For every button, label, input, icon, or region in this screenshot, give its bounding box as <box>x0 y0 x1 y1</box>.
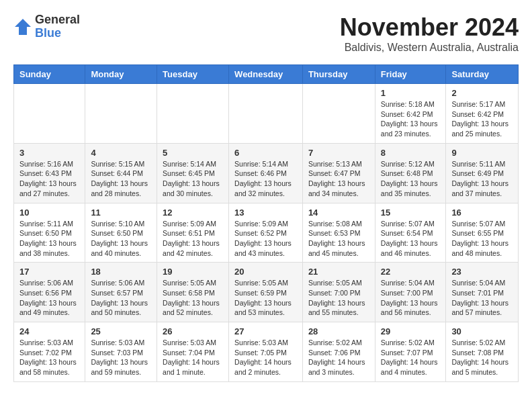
day-cell: 4Sunrise: 5:15 AM Sunset: 6:44 PM Daylig… <box>85 143 157 203</box>
day-cell: 5Sunrise: 5:14 AM Sunset: 6:45 PM Daylig… <box>157 143 229 203</box>
day-number: 12 <box>163 208 223 218</box>
logo: General Blue <box>13 13 80 40</box>
day-cell: 28Sunrise: 5:02 AM Sunset: 7:06 PM Dayli… <box>302 322 375 382</box>
header-cell-sunday: Sunday <box>14 65 85 84</box>
header-cell-thursday: Thursday <box>302 65 375 84</box>
month-title: November 2024 <box>340 13 519 42</box>
day-info: Sunrise: 5:10 AM Sunset: 6:50 PM Dayligh… <box>91 219 151 259</box>
day-info: Sunrise: 5:14 AM Sunset: 6:45 PM Dayligh… <box>163 159 223 199</box>
day-info: Sunrise: 5:02 AM Sunset: 7:06 PM Dayligh… <box>308 338 369 377</box>
day-cell: 20Sunrise: 5:05 AM Sunset: 6:59 PM Dayli… <box>229 263 303 322</box>
header-cell-friday: Friday <box>375 65 446 84</box>
day-cell <box>14 84 85 144</box>
day-number: 23 <box>451 267 513 277</box>
day-cell: 3Sunrise: 5:16 AM Sunset: 6:43 PM Daylig… <box>14 143 85 203</box>
day-info: Sunrise: 5:05 AM Sunset: 6:58 PM Dayligh… <box>163 278 223 318</box>
day-number: 16 <box>451 208 513 218</box>
header-cell-saturday: Saturday <box>446 65 519 84</box>
day-number: 22 <box>381 267 441 277</box>
day-info: Sunrise: 5:08 AM Sunset: 6:53 PM Dayligh… <box>308 219 369 259</box>
logo-blue: Blue <box>35 27 80 40</box>
calendar-header: SundayMondayTuesdayWednesdayThursdayFrid… <box>14 65 519 84</box>
logo-icon <box>13 17 32 36</box>
page-header: General Blue November 2024 Baldivis, Wes… <box>13 13 519 54</box>
header-cell-tuesday: Tuesday <box>157 65 229 84</box>
day-info: Sunrise: 5:11 AM Sunset: 6:49 PM Dayligh… <box>451 159 513 199</box>
day-number: 8 <box>381 148 441 158</box>
day-cell: 27Sunrise: 5:03 AM Sunset: 7:05 PM Dayli… <box>229 322 303 382</box>
title-area: November 2024 Baldivis, Western Australi… <box>340 13 519 54</box>
day-info: Sunrise: 5:16 AM Sunset: 6:43 PM Dayligh… <box>19 159 79 199</box>
day-number: 27 <box>234 326 297 336</box>
day-number: 5 <box>163 148 223 158</box>
day-cell <box>229 84 303 144</box>
calendar-table: SundayMondayTuesdayWednesdayThursdayFrid… <box>13 64 519 382</box>
week-row: 10Sunrise: 5:11 AM Sunset: 6:50 PM Dayli… <box>14 203 519 263</box>
header-cell-wednesday: Wednesday <box>229 65 303 84</box>
calendar-body: 1Sunrise: 5:18 AM Sunset: 6:42 PM Daylig… <box>14 84 519 382</box>
day-number: 26 <box>163 326 223 336</box>
day-info: Sunrise: 5:04 AM Sunset: 7:00 PM Dayligh… <box>381 278 441 318</box>
day-info: Sunrise: 5:04 AM Sunset: 7:01 PM Dayligh… <box>451 278 513 318</box>
day-number: 30 <box>451 326 513 336</box>
day-info: Sunrise: 5:09 AM Sunset: 6:51 PM Dayligh… <box>163 219 223 259</box>
day-cell: 18Sunrise: 5:06 AM Sunset: 6:57 PM Dayli… <box>85 263 157 322</box>
day-cell: 6Sunrise: 5:14 AM Sunset: 6:46 PM Daylig… <box>229 143 303 203</box>
week-row: 24Sunrise: 5:03 AM Sunset: 7:02 PM Dayli… <box>14 322 519 382</box>
day-info: Sunrise: 5:11 AM Sunset: 6:50 PM Dayligh… <box>19 219 79 259</box>
day-cell: 14Sunrise: 5:08 AM Sunset: 6:53 PM Dayli… <box>302 203 375 263</box>
day-info: Sunrise: 5:05 AM Sunset: 6:59 PM Dayligh… <box>234 278 297 318</box>
day-info: Sunrise: 5:09 AM Sunset: 6:52 PM Dayligh… <box>234 219 297 259</box>
day-number: 25 <box>91 326 151 336</box>
day-info: Sunrise: 5:15 AM Sunset: 6:44 PM Dayligh… <box>91 159 151 199</box>
day-cell: 7Sunrise: 5:13 AM Sunset: 6:47 PM Daylig… <box>302 143 375 203</box>
day-info: Sunrise: 5:03 AM Sunset: 7:03 PM Dayligh… <box>91 338 151 377</box>
day-cell: 17Sunrise: 5:06 AM Sunset: 6:56 PM Dayli… <box>14 263 85 322</box>
location: Baldivis, Western Australia, Australia <box>340 42 519 54</box>
header-row: SundayMondayTuesdayWednesdayThursdayFrid… <box>14 65 519 84</box>
day-cell: 16Sunrise: 5:07 AM Sunset: 6:55 PM Dayli… <box>446 203 519 263</box>
day-info: Sunrise: 5:02 AM Sunset: 7:08 PM Dayligh… <box>451 338 513 377</box>
day-number: 7 <box>308 148 369 158</box>
day-cell: 24Sunrise: 5:03 AM Sunset: 7:02 PM Dayli… <box>14 322 85 382</box>
week-row: 3Sunrise: 5:16 AM Sunset: 6:43 PM Daylig… <box>14 143 519 203</box>
day-cell: 26Sunrise: 5:03 AM Sunset: 7:04 PM Dayli… <box>157 322 229 382</box>
day-info: Sunrise: 5:06 AM Sunset: 6:57 PM Dayligh… <box>91 278 151 318</box>
day-number: 17 <box>19 267 79 277</box>
day-number: 2 <box>451 88 513 98</box>
day-number: 20 <box>234 267 297 277</box>
day-cell: 10Sunrise: 5:11 AM Sunset: 6:50 PM Dayli… <box>14 203 85 263</box>
day-number: 15 <box>381 208 441 218</box>
day-cell: 1Sunrise: 5:18 AM Sunset: 6:42 PM Daylig… <box>375 84 446 144</box>
day-info: Sunrise: 5:07 AM Sunset: 6:54 PM Dayligh… <box>381 219 441 259</box>
day-cell: 15Sunrise: 5:07 AM Sunset: 6:54 PM Dayli… <box>375 203 446 263</box>
svg-marker-0 <box>15 19 31 35</box>
day-info: Sunrise: 5:02 AM Sunset: 7:07 PM Dayligh… <box>381 338 441 377</box>
day-cell: 19Sunrise: 5:05 AM Sunset: 6:58 PM Dayli… <box>157 263 229 322</box>
day-info: Sunrise: 5:05 AM Sunset: 7:00 PM Dayligh… <box>308 278 369 318</box>
day-cell: 21Sunrise: 5:05 AM Sunset: 7:00 PM Dayli… <box>302 263 375 322</box>
day-info: Sunrise: 5:14 AM Sunset: 6:46 PM Dayligh… <box>234 159 297 199</box>
day-cell: 23Sunrise: 5:04 AM Sunset: 7:01 PM Dayli… <box>446 263 519 322</box>
day-number: 6 <box>234 148 297 158</box>
day-cell: 13Sunrise: 5:09 AM Sunset: 6:52 PM Dayli… <box>229 203 303 263</box>
day-number: 18 <box>91 267 151 277</box>
day-number: 9 <box>451 148 513 158</box>
day-number: 28 <box>308 326 369 336</box>
day-info: Sunrise: 5:17 AM Sunset: 6:42 PM Dayligh… <box>451 99 513 139</box>
day-info: Sunrise: 5:07 AM Sunset: 6:55 PM Dayligh… <box>451 219 513 259</box>
day-number: 10 <box>19 208 79 218</box>
header-cell-monday: Monday <box>85 65 157 84</box>
day-info: Sunrise: 5:12 AM Sunset: 6:48 PM Dayligh… <box>381 159 441 199</box>
day-cell <box>302 84 375 144</box>
day-number: 24 <box>19 326 79 336</box>
day-info: Sunrise: 5:03 AM Sunset: 7:05 PM Dayligh… <box>234 338 297 377</box>
day-cell: 2Sunrise: 5:17 AM Sunset: 6:42 PM Daylig… <box>446 84 519 144</box>
day-info: Sunrise: 5:06 AM Sunset: 6:56 PM Dayligh… <box>19 278 79 318</box>
day-number: 1 <box>381 88 441 98</box>
day-info: Sunrise: 5:03 AM Sunset: 7:02 PM Dayligh… <box>19 338 79 377</box>
day-cell: 22Sunrise: 5:04 AM Sunset: 7:00 PM Dayli… <box>375 263 446 322</box>
day-number: 19 <box>163 267 223 277</box>
day-cell: 11Sunrise: 5:10 AM Sunset: 6:50 PM Dayli… <box>85 203 157 263</box>
day-cell <box>157 84 229 144</box>
